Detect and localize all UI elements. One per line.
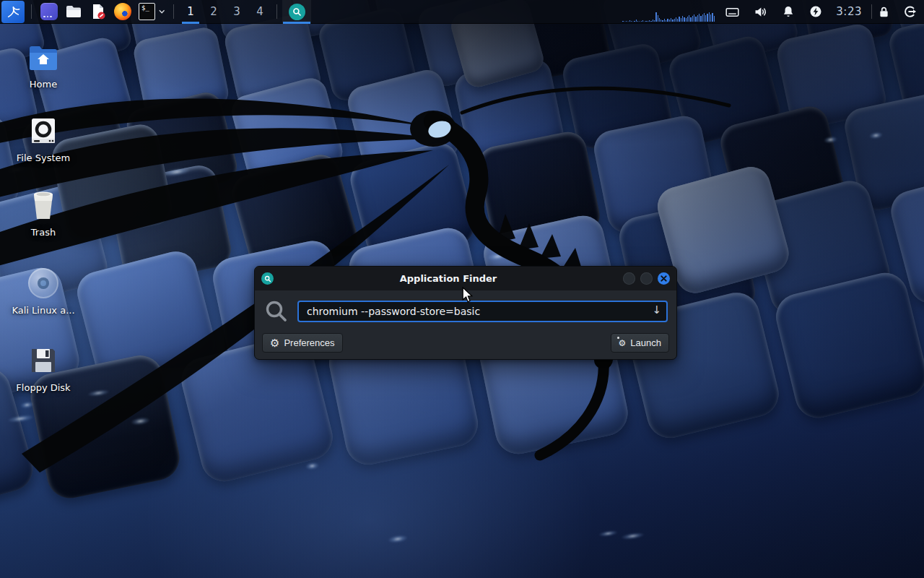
- preferences-label: Preferences: [284, 337, 334, 348]
- system-monitor-graph[interactable]: [622, 0, 715, 24]
- floppy-icon: [9, 345, 78, 376]
- top-panel: $_ 1 2 3 4: [0, 0, 924, 24]
- clock[interactable]: 3:23: [836, 5, 862, 18]
- desktop-icon-trash[interactable]: Trash: [9, 189, 78, 238]
- desktop-icon-label: Trash: [9, 227, 78, 238]
- search-icon: [289, 4, 305, 20]
- chevron-down-icon[interactable]: [159, 9, 165, 14]
- kali-dragon-silhouette: [0, 20, 736, 483]
- lock-icon[interactable]: [877, 5, 891, 19]
- desktop-icon-home[interactable]: Home: [9, 41, 78, 90]
- workspace-label: 4: [256, 5, 263, 18]
- trash-icon: [9, 189, 78, 221]
- logout-icon[interactable]: [902, 4, 917, 19]
- folder-icon: [65, 3, 82, 20]
- drive-icon: [9, 115, 78, 147]
- workspace-3[interactable]: 3: [225, 0, 248, 24]
- document-icon: [90, 3, 107, 20]
- panel-separator: [31, 4, 32, 19]
- launcher-firefox[interactable]: [110, 0, 135, 24]
- run-gear-icon: ⚙: [619, 339, 627, 348]
- desktop-icon-label: Floppy Disk: [9, 382, 78, 393]
- workspace-label: 1: [187, 5, 194, 18]
- disc-icon: [9, 267, 78, 299]
- launcher-terminal[interactable]: $_: [135, 0, 168, 24]
- desktop-icon-floppy[interactable]: Floppy Disk: [9, 345, 78, 393]
- terminal-icon: $_: [139, 3, 155, 20]
- input-dropdown-arrow[interactable]: ↓: [652, 303, 661, 316]
- preferences-button[interactable]: ⚙ Preferences: [262, 333, 343, 353]
- workspace-4[interactable]: 4: [248, 0, 271, 24]
- desktop-icon-label: File System: [9, 152, 78, 163]
- notifications-bell-icon[interactable]: [781, 4, 796, 19]
- firefox-icon: [114, 3, 131, 20]
- workspace-label: 3: [233, 5, 240, 18]
- keyboard-icon[interactable]: [725, 4, 740, 20]
- terminal-prompt-glyph: $_: [141, 5, 149, 12]
- gear-icon: ⚙: [270, 337, 279, 348]
- close-icon: [661, 275, 667, 282]
- window-search-icon: [261, 272, 274, 285]
- command-input[interactable]: [297, 301, 668, 322]
- workspace-1[interactable]: 1: [179, 0, 202, 24]
- kali-menu-button[interactable]: [1, 1, 25, 23]
- desktop-root: Home File System Trash Kali Linux: [0, 0, 924, 578]
- application-finder-window: Application Finder ↓: [254, 266, 677, 360]
- volume-icon[interactable]: [753, 4, 768, 20]
- window-title: Application Finder: [274, 273, 623, 284]
- mouse-cursor: [462, 287, 474, 303]
- session-controls: [877, 4, 917, 19]
- launcher-text-editor[interactable]: [86, 0, 110, 24]
- desktop-icon-label: Home: [9, 79, 78, 90]
- workspace-label: 2: [210, 5, 217, 18]
- kali-dragon-icon: [5, 4, 21, 20]
- power-manager-icon[interactable]: [808, 4, 823, 19]
- launch-button[interactable]: ⚙ Launch: [611, 333, 669, 353]
- panel-separator: [276, 4, 277, 19]
- panel-separator: [871, 4, 872, 19]
- maximize-button[interactable]: [640, 272, 653, 285]
- taskbar-application-finder[interactable]: [282, 0, 311, 24]
- panel-separator: [173, 4, 174, 19]
- desktop-icon-kali-media[interactable]: Kali Linux a...: [9, 267, 78, 316]
- search-magnifier-icon: [264, 299, 289, 324]
- minimize-button[interactable]: [623, 272, 635, 285]
- launcher-desktop[interactable]: [37, 0, 61, 24]
- system-tray: 3:23: [725, 4, 862, 20]
- purple-window-icon: [40, 3, 58, 20]
- close-button[interactable]: [658, 272, 670, 285]
- launch-label: Launch: [630, 337, 661, 348]
- desktop-icon-file-system[interactable]: File System: [9, 115, 78, 163]
- desktop-icon-label: Kali Linux a...: [9, 305, 78, 316]
- home-folder-icon: [9, 41, 78, 73]
- launcher-file-manager[interactable]: [61, 0, 86, 24]
- workspace-2[interactable]: 2: [202, 0, 225, 24]
